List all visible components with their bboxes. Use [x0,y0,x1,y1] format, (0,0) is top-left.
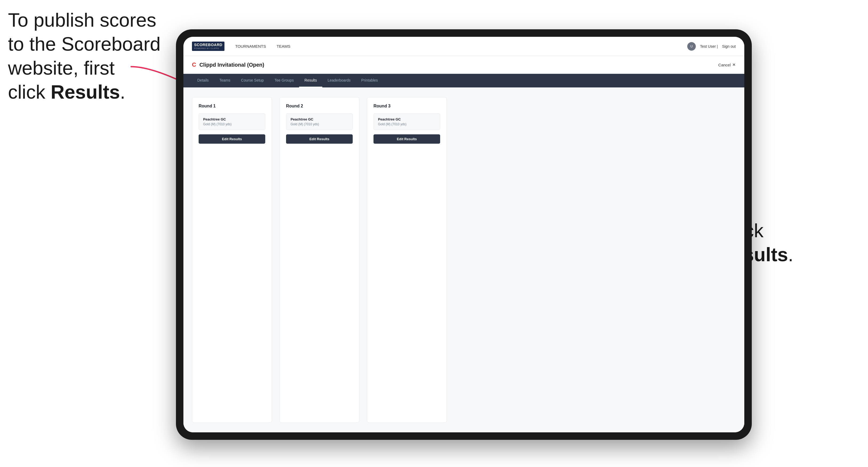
instruction-right-period: . [788,244,793,265]
instruction-line3: website, first [8,57,115,79]
close-icon: ✕ [732,62,736,67]
instruction-line2: to the Scoreboard [8,33,160,55]
logo-area: SCOREBOARD Powered by clippd [192,41,224,51]
round-1-course-details: Gold (M) (7010 yds) [203,122,261,126]
tab-details[interactable]: Details [192,74,214,87]
round-3-card: Round 3 Peachtree GC Gold (M) (7010 yds)… [367,97,447,423]
tab-results[interactable]: Results [299,74,322,87]
round-3-course-card: Peachtree GC Gold (M) (7010 yds) [373,113,440,130]
top-navigation: SCOREBOARD Powered by clippd TOURNAMENTS… [183,37,744,56]
round-3-course-name: Peachtree GC [378,117,436,121]
cancel-button[interactable]: Cancel ✕ [718,62,736,67]
round-2-course-details: Gold (M) (7010 yds) [290,122,348,126]
tab-tee-groups[interactable]: Tee Groups [269,74,299,87]
round-1-edit-results-button[interactable]: Edit Results [198,134,265,144]
round-3-title: Round 3 [373,104,440,108]
nav-teams[interactable]: TEAMS [277,44,290,49]
round-3-edit-results-button[interactable]: Edit Results [373,134,440,144]
round-1-title: Round 1 [198,104,265,108]
nav-tournaments[interactable]: TOURNAMENTS [235,44,266,49]
round-2-card: Round 2 Peachtree GC Gold (M) (7010 yds)… [279,97,359,423]
tablet-screen: SCOREBOARD Powered by clippd TOURNAMENTS… [183,37,744,432]
round-1-course-name: Peachtree GC [203,117,261,121]
tournament-name: Clippd Invitational (Open) [199,62,264,68]
tournament-title-area: C Clippd Invitational (Open) [192,61,264,68]
round-1-course-card: Peachtree GC Gold (M) (7010 yds) [198,113,265,130]
round-2-course-card: Peachtree GC Gold (M) (7010 yds) [286,113,353,130]
tab-printables[interactable]: Printables [356,74,383,87]
rounds-content: Round 1 Peachtree GC Gold (M) (7010 yds)… [183,87,744,432]
tab-leaderboards[interactable]: Leaderboards [322,74,356,87]
sub-navigation: Details Teams Course Setup Tee Groups Re… [183,74,744,87]
user-avatar: U [687,42,696,51]
instruction-line4-prefix: click [8,81,51,103]
round-2-edit-results-button[interactable]: Edit Results [286,134,353,144]
scoreboard-logo: SCOREBOARD Powered by clippd [192,41,224,51]
round-2-course-name: Peachtree GC [290,117,348,121]
top-nav-links: TOURNAMENTS TEAMS [235,44,687,49]
tablet-device: SCOREBOARD Powered by clippd TOURNAMENTS… [176,29,752,440]
instruction-period: . [120,81,125,103]
content-area: C Clippd Invitational (Open) Cancel ✕ De… [183,56,744,432]
round-3-course-details: Gold (M) (7010 yds) [378,122,436,126]
tournament-icon: C [192,61,196,68]
tournament-header: C Clippd Invitational (Open) Cancel ✕ [183,56,744,74]
user-name: Test User | [700,44,718,49]
top-nav-right: U Test User | Sign out [687,42,736,51]
tab-course-setup[interactable]: Course Setup [236,74,269,87]
round-2-title: Round 2 [286,104,353,108]
sign-out-link[interactable]: Sign out [722,44,736,49]
instruction-line1: To publish scores [8,9,156,31]
left-instruction: To publish scores to the Scoreboard webs… [8,8,160,104]
round-1-card: Round 1 Peachtree GC Gold (M) (7010 yds)… [192,97,272,423]
instruction-results-bold: Results [51,81,120,103]
tab-teams[interactable]: Teams [214,74,236,87]
